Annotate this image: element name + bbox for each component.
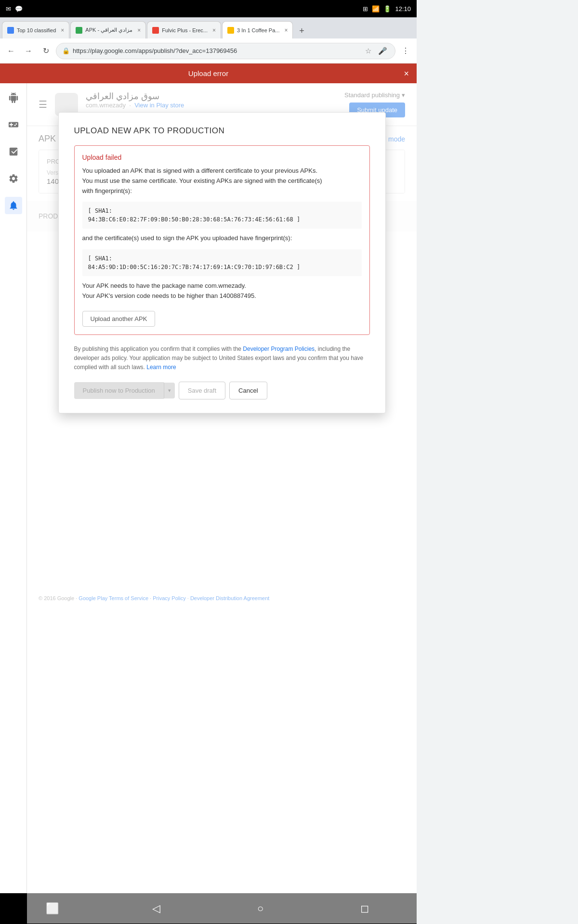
tab4-favicon bbox=[227, 27, 234, 34]
back-button[interactable]: ← bbox=[4, 44, 18, 58]
developer-program-policies-link[interactable]: Developer Program Policies bbox=[243, 346, 315, 352]
browser-tabs: Top 10 classified × APK - مزادي العراقي … bbox=[0, 17, 417, 38]
error-banner-close[interactable]: × bbox=[404, 68, 409, 78]
save-draft-button[interactable]: Save draft bbox=[179, 382, 225, 399]
screen-icon: ⊞ bbox=[363, 5, 368, 13]
time-display: 12:10 bbox=[395, 5, 411, 13]
package-note: Your APK needs to have the package name … bbox=[82, 281, 362, 301]
version-note-text: Your APK's version code needs to be high… bbox=[82, 292, 256, 299]
cancel-button[interactable]: Cancel bbox=[229, 382, 267, 399]
battery-icon: 🔋 bbox=[383, 5, 391, 13]
gmail-icon: ✉ bbox=[6, 5, 11, 13]
browser-tab-3[interactable]: Fulvic Plus - Erec... × bbox=[147, 21, 221, 38]
tab1-close[interactable]: × bbox=[61, 27, 64, 34]
upload-another-apk-button[interactable]: Upload another APK bbox=[82, 311, 156, 327]
mic-icon[interactable]: 🎤 bbox=[376, 47, 389, 55]
dialog-actions: Publish now to Production ▾ Save draft C… bbox=[74, 382, 370, 399]
dialog-title: UPLOAD NEW APK TO PRODUCTION bbox=[74, 126, 370, 136]
browser-tab-4[interactable]: 3 In 1 Coffee Pa... × bbox=[222, 21, 293, 38]
error-box: Upload failed You uploaded an APK that i… bbox=[74, 145, 370, 335]
sidebar-icon-orders[interactable] bbox=[5, 143, 22, 160]
tab2-close[interactable]: × bbox=[137, 27, 141, 34]
sidebar-icon-games[interactable] bbox=[5, 116, 22, 133]
tab3-close[interactable]: × bbox=[212, 27, 216, 34]
sidebar-icon-alert[interactable] bbox=[5, 197, 22, 214]
upload-error-banner: Upload error × bbox=[0, 64, 417, 83]
policy-text-1: By publishing this application you confi… bbox=[74, 346, 243, 352]
tab1-label: Top 10 classified bbox=[17, 27, 56, 33]
publish-now-button[interactable]: Publish now to Production bbox=[74, 382, 164, 399]
sidebar-icon-settings[interactable] bbox=[5, 170, 22, 187]
error-line-2: You must use the same certificate. Your … bbox=[82, 177, 322, 184]
error-description: You uploaded an APK that is signed with … bbox=[82, 166, 362, 196]
publish-dropdown-button[interactable]: ▾ bbox=[164, 383, 175, 398]
learn-more-link[interactable]: Learn more bbox=[146, 364, 176, 371]
page-layout: ☰ سوق مزادي العراقي com.wmezady · View i… bbox=[0, 83, 417, 924]
browser-tab-1[interactable]: Top 10 classified × bbox=[2, 21, 69, 38]
tab4-close[interactable]: × bbox=[284, 27, 288, 34]
upload-error-text: Upload error bbox=[188, 69, 228, 77]
url-text: https://play.google.com/apps/publish/?de… bbox=[73, 47, 360, 54]
new-tab-button[interactable]: + bbox=[294, 23, 309, 38]
tab2-favicon bbox=[76, 27, 82, 34]
fingerprint-block-1: [ SHA1: 94:3B:C6:E0:82:7F:09:B0:50:B0:28… bbox=[82, 202, 362, 229]
publish-button-group: Publish now to Production ▾ bbox=[74, 382, 175, 399]
message-icon: 💬 bbox=[15, 5, 23, 13]
refresh-button[interactable]: ↻ bbox=[39, 44, 53, 58]
fingerprint-block-2: [ SHA1: 84:A5:9D:1D:00:5C:16:20:7C:7B:74… bbox=[82, 249, 362, 276]
status-left-icons: ✉ 💬 bbox=[6, 5, 23, 13]
error-fingerprint-and: and the certificate(s) used to sign the … bbox=[82, 233, 362, 244]
error-line-3: with fingerprint(s): bbox=[82, 187, 132, 194]
tab1-favicon bbox=[7, 27, 14, 34]
tab4-label: 3 In 1 Coffee Pa... bbox=[237, 27, 279, 33]
sidebar bbox=[0, 83, 27, 924]
tab2-label: APK - مزادي العراقي bbox=[85, 27, 132, 33]
error-line-1: You uploaded an APK that is signed with … bbox=[82, 167, 318, 174]
upload-dialog: UPLOAD NEW APK TO PRODUCTION Upload fail… bbox=[58, 112, 386, 413]
url-input[interactable]: 🔒 https://play.google.com/apps/publish/?… bbox=[56, 43, 395, 59]
status-bar: ✉ 💬 ⊞ 📶 🔋 12:10 bbox=[0, 0, 417, 17]
package-note-text: Your APK needs to have the package name … bbox=[82, 282, 246, 289]
content-area: ☰ سوق مزادي العراقي com.wmezady · View i… bbox=[27, 83, 417, 924]
status-right-icons: ⊞ 📶 🔋 12:10 bbox=[363, 5, 411, 13]
bookmark-icon[interactable]: ☆ bbox=[363, 47, 373, 55]
tab3-label: Fulvic Plus - Erec... bbox=[162, 27, 208, 33]
browser-tab-2[interactable]: APK - مزادي العراقي × bbox=[70, 21, 146, 38]
forward-button[interactable]: → bbox=[21, 44, 36, 58]
address-bar: ← → ↻ 🔒 https://play.google.com/apps/pub… bbox=[0, 38, 417, 64]
error-title: Upload failed bbox=[82, 154, 362, 161]
policy-text: By publishing this application you confi… bbox=[74, 345, 370, 372]
sidebar-icon-android[interactable] bbox=[5, 89, 22, 106]
more-button[interactable]: ⋮ bbox=[398, 44, 413, 58]
secure-icon: 🔒 bbox=[62, 47, 70, 54]
wifi-icon: 📶 bbox=[372, 5, 380, 13]
tab3-favicon bbox=[152, 27, 159, 34]
